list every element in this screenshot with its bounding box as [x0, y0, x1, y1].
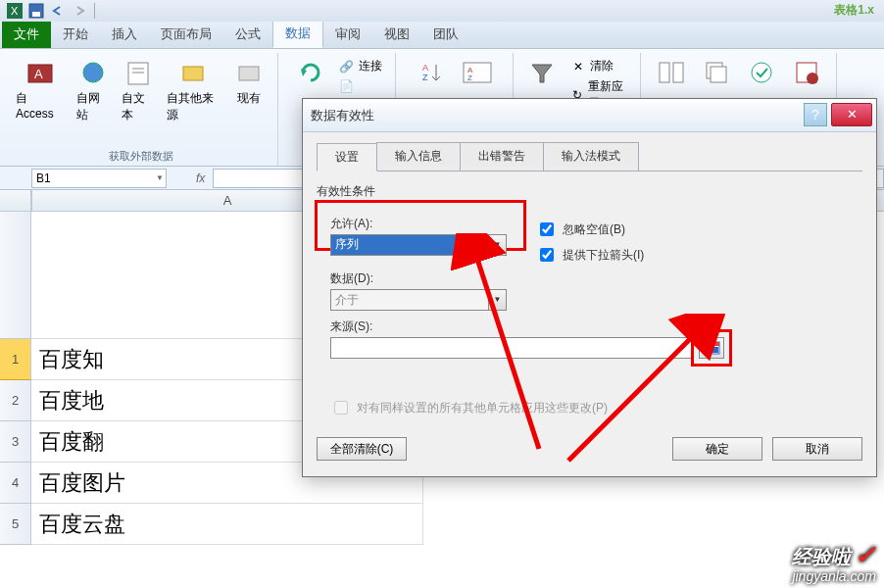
from-web-label: 自网站 [76, 90, 110, 123]
validation-criteria-label: 有效性条件 [317, 183, 862, 200]
name-box[interactable]: B1 ▼ [31, 169, 167, 188]
existing-conn-button[interactable]: 现有 [228, 55, 270, 125]
row-header-1[interactable]: 1 [0, 339, 31, 380]
tab-data[interactable]: 数据 [272, 19, 323, 48]
workbook-title: 表格1.x [834, 2, 874, 19]
source-range-picker-button[interactable] [699, 337, 724, 359]
svg-rect-28 [712, 347, 718, 353]
in-cell-dropdown-checkbox[interactable]: 提供下拉箭头(I) [536, 245, 644, 265]
dialog-title-text: 数据有效性 [311, 107, 374, 124]
range-picker-icon [703, 341, 720, 355]
watermark-check-icon: ✓ [855, 540, 876, 569]
existing-conn-icon [233, 57, 265, 88]
allow-label: 允许(A): [330, 216, 507, 232]
existing-conn-label: 现有 [237, 90, 261, 107]
data-dropdown-icon: ▼ [488, 290, 506, 310]
select-all-triangle[interactable] [0, 190, 31, 211]
dialog-tab-input-msg[interactable]: 输入信息 [376, 142, 461, 171]
from-other-label: 自其他来源 [167, 90, 221, 123]
sort-asc-button[interactable]: AZ [412, 55, 453, 92]
from-access-button[interactable]: A 自 Access [12, 55, 69, 125]
cell-a5[interactable]: 百度云盘 [31, 504, 423, 545]
remove-dup-button[interactable] [696, 55, 737, 92]
text-icon [123, 57, 154, 88]
filter-icon [526, 57, 558, 88]
ignore-blank-checkbox[interactable]: 忽略空值(B) [536, 220, 644, 239]
dialog-tabs: 设置 输入信息 出错警告 输入法模式 [317, 142, 862, 172]
svg-point-6 [83, 63, 103, 82]
svg-rect-19 [660, 63, 669, 82]
svg-rect-11 [239, 67, 259, 80]
from-other-button[interactable]: 自其他来源 [163, 55, 224, 125]
allow-combobox[interactable]: 序列 ▼ [330, 234, 507, 256]
redo-icon[interactable] [72, 3, 87, 19]
tab-insert[interactable]: 插入 [100, 21, 149, 48]
dialog-body: 设置 输入信息 出错警告 输入法模式 有效性条件 允许(A): 序列 ▼ 忽略空… [303, 132, 876, 476]
ok-button[interactable]: 确定 [672, 437, 762, 461]
web-icon [77, 57, 109, 88]
row-header-3[interactable]: 3 [0, 421, 31, 463]
connections-button[interactable]: 🔗连接 [337, 57, 384, 75]
tab-review[interactable]: 审阅 [323, 21, 372, 48]
sort-icon: AZ [462, 57, 493, 88]
cancel-button[interactable]: 取消 [772, 437, 862, 461]
save-icon[interactable] [28, 3, 44, 19]
from-text-button[interactable]: 自文本 [118, 55, 159, 125]
watermark-brand: 经验啦 [792, 546, 851, 567]
text-to-columns-button[interactable] [651, 55, 692, 92]
other-sources-icon [177, 57, 209, 88]
source-label: 来源(S): [330, 318, 862, 335]
tab-home[interactable]: 开始 [51, 21, 100, 48]
columns-icon [656, 57, 687, 88]
tab-team[interactable]: 团队 [421, 21, 470, 48]
tab-layout[interactable]: 页面布局 [149, 21, 223, 48]
tab-file[interactable]: 文件 [2, 21, 51, 48]
sort-button[interactable]: AZ [457, 55, 498, 92]
properties-button[interactable]: 📄 [337, 77, 384, 95]
undo-icon[interactable] [50, 3, 66, 19]
from-web-button[interactable]: 自网站 [73, 55, 114, 125]
dialog-tab-error[interactable]: 出错警告 [460, 142, 544, 171]
from-access-label: 自 Access [16, 90, 65, 121]
clear-filter-button[interactable]: ✕清除 [568, 57, 632, 75]
data-validation-dialog: 数据有效性 ? ✕ 设置 输入信息 出错警告 输入法模式 有效性条件 允许(A)… [302, 98, 877, 477]
svg-text:Z: Z [422, 73, 428, 82]
fx-label[interactable]: fx [196, 172, 205, 185]
row-header-4[interactable]: 4 [0, 463, 31, 504]
watermark-url: jingyanla.com [792, 568, 876, 584]
svg-text:A: A [422, 63, 428, 73]
row-header-5[interactable]: 5 [0, 504, 31, 545]
svg-rect-7 [128, 63, 148, 84]
data-label: 数据(D): [330, 270, 862, 287]
dialog-tab-settings[interactable]: 设置 [317, 143, 377, 172]
name-box-dropdown-icon[interactable]: ▼ [156, 173, 164, 182]
connections-icon: 🔗 [339, 59, 355, 74]
tab-view[interactable]: 视图 [372, 21, 421, 48]
dialog-help-button[interactable]: ? [804, 103, 827, 126]
consolidate-button[interactable] [786, 55, 827, 92]
svg-point-23 [752, 63, 771, 82]
excel-icon: X [7, 3, 23, 19]
remove-dup-icon [701, 57, 732, 88]
allow-value: 序列 [335, 236, 359, 253]
watermark: 经验啦 ✓ jingyanla.com [792, 541, 876, 584]
source-input[interactable] [330, 337, 693, 359]
svg-rect-27 [704, 342, 719, 346]
properties-icon: 📄 [339, 78, 355, 94]
dialog-tab-ime[interactable]: 输入法模式 [543, 142, 639, 171]
svg-rect-22 [711, 67, 726, 82]
apply-all-checkbox[interactable]: 对有同样设置的所有其他单元格应用这些更改(P) [330, 398, 862, 417]
row-header-2[interactable]: 2 [0, 380, 31, 421]
validation-icon [746, 57, 777, 88]
ribbon-tabs: 文件 开始 插入 页面布局 公式 数据 审阅 视图 团队 [0, 22, 884, 49]
dialog-close-button[interactable]: ✕ [831, 103, 872, 126]
allow-dropdown-icon[interactable]: ▼ [488, 235, 506, 255]
data-validation-button[interactable] [741, 55, 782, 92]
clear-all-button[interactable]: 全部清除(C) [317, 437, 407, 461]
separator [94, 3, 95, 19]
tab-formula[interactable]: 公式 [223, 21, 272, 48]
dialog-titlebar[interactable]: 数据有效性 ? ✕ [303, 99, 876, 132]
refresh-all-button[interactable] [290, 55, 331, 95]
data-value: 介于 [335, 292, 359, 309]
clear-icon: ✕ [570, 59, 586, 74]
